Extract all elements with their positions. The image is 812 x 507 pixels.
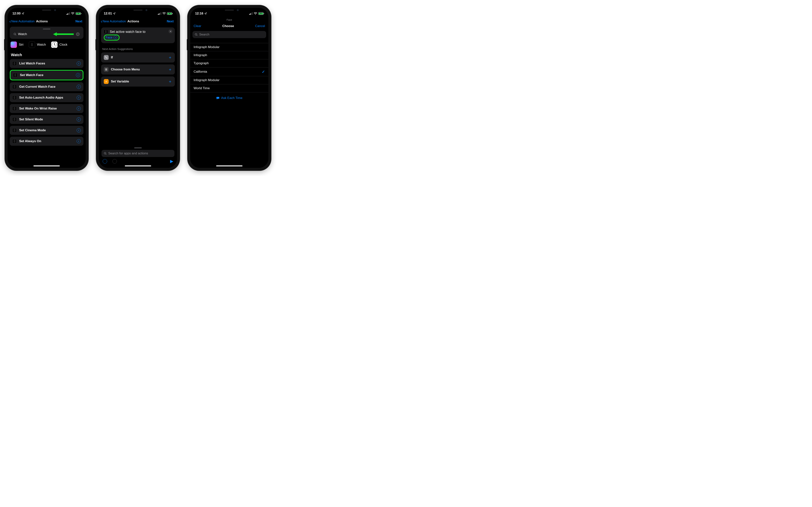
action-list: List Watch Faces i Set Watch Face i Get … bbox=[10, 59, 84, 146]
info-icon[interactable]: i bbox=[77, 96, 81, 100]
branch-icon bbox=[104, 55, 109, 60]
action-label: Set Watch Face bbox=[20, 73, 73, 77]
clock-app-icon bbox=[51, 42, 57, 48]
search-input[interactable]: Search bbox=[193, 31, 266, 38]
face-option[interactable]: Typograph bbox=[190, 59, 268, 67]
nav-title: Actions bbox=[36, 19, 48, 23]
action-label: Set Always On bbox=[19, 139, 74, 143]
watch-icon bbox=[12, 107, 16, 111]
screen-3: 12:16 ✦ Face Clear Choose Cancel bbox=[190, 8, 268, 168]
plus-icon[interactable]: ＋ bbox=[168, 67, 172, 72]
action-get-current-face[interactable]: Get Current Watch Face i bbox=[10, 82, 84, 91]
face-option[interactable]: Infograph Modular bbox=[190, 43, 268, 51]
search-input[interactable]: Search for apps and actions bbox=[101, 150, 174, 157]
next-button[interactable]: Next bbox=[75, 19, 82, 23]
info-icon[interactable]: i bbox=[76, 73, 80, 77]
clear-search-button[interactable]: ✕ bbox=[76, 32, 80, 36]
action-always-on[interactable]: Set Always On i bbox=[10, 137, 84, 146]
app-watch[interactable]: Watch bbox=[29, 42, 46, 48]
back-label: New Automation bbox=[103, 19, 126, 23]
info-icon[interactable]: i bbox=[77, 128, 81, 132]
svg-marker-3 bbox=[53, 32, 57, 36]
location-arrow-icon bbox=[21, 12, 24, 15]
info-icon[interactable]: i bbox=[77, 61, 81, 65]
notch bbox=[123, 8, 153, 13]
action-set-watch-face[interactable]: Set Watch Face i bbox=[10, 70, 84, 80]
checkmark-icon: ✓ bbox=[262, 69, 265, 74]
action-auto-launch-audio[interactable]: Set Auto-Launch Audio Apps i bbox=[10, 93, 84, 102]
suggestion-label: Choose from Menu bbox=[111, 68, 166, 71]
svg-line-10 bbox=[197, 35, 197, 36]
status-time: 12:00 bbox=[12, 12, 20, 15]
wifi-icon bbox=[162, 12, 166, 15]
watch-app-icon bbox=[29, 42, 35, 48]
face-option[interactable]: Infograph Modular bbox=[190, 76, 268, 84]
menu-icon bbox=[104, 67, 109, 72]
wifi-icon bbox=[71, 12, 74, 15]
face-parameter-token[interactable]: Face bbox=[106, 36, 117, 40]
run-button[interactable]: ▶ bbox=[170, 159, 173, 164]
search-placeholder: Search for apps and actions bbox=[108, 152, 172, 155]
face-label: Infograph Modular bbox=[194, 78, 219, 82]
picker-bar: Clear Choose Cancel bbox=[190, 21, 268, 30]
notch bbox=[214, 8, 244, 13]
location-arrow-icon bbox=[113, 12, 116, 15]
plus-icon[interactable]: ＋ bbox=[168, 55, 172, 60]
search-icon bbox=[104, 152, 107, 155]
action-cinema-mode[interactable]: Set Cinema Mode i bbox=[10, 126, 84, 135]
action-label: Set Cinema Mode bbox=[19, 128, 74, 132]
action-label: List Watch Faces bbox=[19, 62, 74, 65]
home-indicator[interactable] bbox=[34, 165, 60, 166]
back-button[interactable]: ‹ New Automation bbox=[101, 19, 126, 24]
suggestion-set-variable[interactable]: x Set Variable ＋ bbox=[101, 76, 175, 87]
speech-bubble-icon bbox=[216, 96, 219, 100]
action-silent-mode[interactable]: Set Silent Mode i bbox=[10, 115, 84, 124]
app-clock[interactable]: Clock bbox=[51, 42, 67, 48]
face-option[interactable]: World Time bbox=[190, 84, 268, 93]
app-siri[interactable]: Siri bbox=[10, 42, 23, 48]
annotation-arrow-icon bbox=[53, 32, 74, 37]
location-arrow-icon bbox=[204, 12, 207, 15]
cellular-icon bbox=[66, 12, 70, 15]
search-input[interactable]: Watch ✕ bbox=[11, 31, 82, 38]
ask-each-time-button[interactable]: Ask Each Time bbox=[190, 93, 268, 104]
search-icon bbox=[13, 33, 16, 36]
siri-icon bbox=[10, 42, 17, 48]
info-icon[interactable]: i bbox=[77, 107, 81, 111]
battery-icon: ✦ bbox=[75, 12, 81, 15]
watch-icon bbox=[12, 128, 16, 132]
action-label: Set Auto-Launch Audio Apps bbox=[19, 96, 74, 100]
face-option[interactable]: Infograph bbox=[190, 51, 268, 59]
undo-button[interactable] bbox=[103, 159, 107, 164]
grabber-icon[interactable] bbox=[134, 148, 142, 148]
nav-title: Actions bbox=[128, 19, 139, 23]
next-button[interactable]: Next bbox=[167, 19, 174, 23]
face-label: Typograph bbox=[194, 61, 209, 65]
cancel-button[interactable]: Cancel bbox=[255, 24, 265, 28]
clear-button[interactable]: Clear bbox=[194, 24, 201, 28]
suggestion-choose-menu[interactable]: Choose from Menu ＋ bbox=[101, 64, 175, 74]
home-indicator[interactable] bbox=[216, 165, 243, 166]
back-button[interactable]: ‹ New Automation bbox=[9, 19, 35, 24]
info-icon[interactable]: i bbox=[77, 85, 81, 89]
svg-rect-6 bbox=[105, 70, 107, 70]
face-option-selected[interactable]: California ✓ bbox=[190, 67, 268, 76]
app-label: Siri bbox=[19, 43, 23, 47]
suggestion-if[interactable]: If ＋ bbox=[101, 52, 175, 62]
info-icon[interactable]: i bbox=[77, 139, 81, 143]
home-indicator[interactable] bbox=[125, 165, 151, 166]
search-card: Watch ✕ bbox=[10, 27, 84, 39]
battery-icon: ✦ bbox=[167, 12, 172, 15]
plus-icon[interactable]: ＋ bbox=[168, 79, 172, 84]
action-wake-on-wrist[interactable]: Set Wake On Wrist Raise i bbox=[10, 104, 84, 113]
watch-icon bbox=[12, 61, 16, 65]
action-card[interactable]: ✕ Set active watch face to Face bbox=[101, 27, 175, 43]
info-icon[interactable]: i bbox=[77, 117, 81, 121]
action-list-watch-faces[interactable]: List Watch Faces i bbox=[10, 59, 84, 68]
status-time: 12:16 bbox=[195, 12, 203, 15]
remove-action-button[interactable]: ✕ bbox=[168, 29, 172, 34]
redo-button bbox=[112, 159, 117, 164]
notch bbox=[32, 8, 62, 13]
screen-2: 12:01 ✦ ‹ New Automation Actions bbox=[99, 8, 177, 168]
grabber-icon[interactable] bbox=[43, 29, 50, 30]
